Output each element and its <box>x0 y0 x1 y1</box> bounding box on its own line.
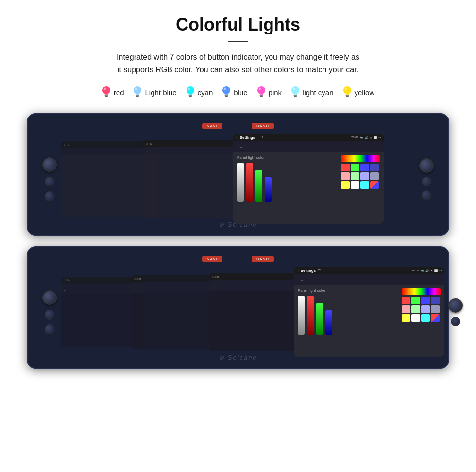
svg-point-20 <box>257 86 265 94</box>
slider-green[interactable] <box>255 170 262 202</box>
slider-red-2[interactable] <box>307 296 314 335</box>
svg-point-9 <box>135 88 137 90</box>
grid-bluelight[interactable] <box>360 172 369 180</box>
grid-darkblue-2[interactable] <box>431 297 440 304</box>
color-label-lightcyan: light cyan <box>303 88 333 97</box>
grid-greenlight[interactable] <box>351 172 359 180</box>
top-bar: NAVI BAND <box>38 123 438 129</box>
stereo-unit-1: NAVI BAND <box>27 113 449 236</box>
color-label-pink: pink <box>269 88 282 97</box>
rainbow-bar-2 <box>402 288 441 295</box>
svg-rect-28 <box>294 96 297 97</box>
slider-white-2[interactable] <box>298 296 305 335</box>
status-left-2: ⌂ S <box>146 142 152 145</box>
grid-green-2[interactable] <box>411 297 420 304</box>
status-left: ⌂ S <box>64 143 69 146</box>
svg-point-29 <box>293 88 295 90</box>
rainbow-bar <box>341 155 380 162</box>
left-knob-small-3[interactable] <box>45 310 54 320</box>
panel-light-label: Panel light color <box>237 155 337 160</box>
screen-back-2c: ⌂ Set ← <box>209 273 306 351</box>
right-knob-2[interactable] <box>448 298 463 313</box>
grid-pinklight[interactable] <box>341 172 350 180</box>
grid-bluelight-2[interactable] <box>421 305 430 313</box>
right-knob[interactable] <box>419 158 434 173</box>
grid-white-2[interactable] <box>411 314 420 322</box>
time-display: 20:09 <box>351 136 358 139</box>
screen-main-2: ⌂ Settings ☰ ✦ 20:09 📷 🔊 ✕ <box>294 267 444 357</box>
bulb-icon-lightcyan <box>290 85 300 100</box>
settings-title-2: Settings <box>301 269 316 273</box>
grid-cyan-2[interactable] <box>421 314 430 322</box>
grid-mixed[interactable] <box>370 181 379 189</box>
grid-blue-2[interactable] <box>421 297 430 304</box>
bulb-icon-pink <box>256 85 266 100</box>
bulb-icon-blue <box>221 85 231 100</box>
slider-green-2[interactable] <box>316 303 323 335</box>
right-knob-small-3[interactable] <box>451 317 460 326</box>
grid-mixed-2[interactable] <box>431 314 440 322</box>
svg-point-30 <box>343 86 351 94</box>
left-controls <box>38 157 61 201</box>
watermark-2: ⊛ Seicane <box>219 353 257 362</box>
slider-red[interactable] <box>246 163 253 202</box>
left-knob-small[interactable] <box>45 177 54 186</box>
color-label-yellow: yellow <box>355 88 375 97</box>
slider-blue-2[interactable] <box>325 310 332 335</box>
grid-green[interactable] <box>351 164 359 171</box>
color-item-red: red <box>102 85 124 100</box>
color-label-blue: blue <box>234 88 247 97</box>
navi-btn[interactable]: NAVI <box>202 123 222 129</box>
grid-greenlight-2[interactable] <box>411 305 420 313</box>
svg-rect-3 <box>105 96 108 97</box>
navi-btn-2[interactable]: NAVI <box>202 256 222 262</box>
grid-cyan[interactable] <box>360 181 369 189</box>
grid-yellow[interactable] <box>341 181 350 189</box>
settings-title: Settings <box>240 135 255 140</box>
sb-2c: ⌂ Set <box>209 273 306 280</box>
slider-white[interactable] <box>237 163 244 202</box>
svg-rect-13 <box>189 96 192 97</box>
top-bar-2: NAVI BAND <box>38 256 438 262</box>
back-arrow[interactable]: ← <box>236 144 246 151</box>
band-btn-2[interactable]: BAND <box>252 256 274 262</box>
screen-back-2b: ⌂ Set ← <box>131 275 221 349</box>
right-controls-2 <box>444 298 467 326</box>
color-grid <box>341 164 380 189</box>
color-item-yellow: yellow <box>342 85 375 100</box>
left-knob-small-2[interactable] <box>45 191 54 201</box>
description: Integrated with 7 colors of button indic… <box>29 51 447 76</box>
left-knob-small-4[interactable] <box>45 324 54 334</box>
slider-blue[interactable] <box>265 177 272 202</box>
status-icons-2: 20:09 📷 🔊 ✕ ⬜ ↩ <box>412 269 442 272</box>
grid-red[interactable] <box>341 164 350 171</box>
grid-grayblue[interactable] <box>370 172 379 180</box>
grid-pinklight-2[interactable] <box>402 305 410 313</box>
right-controls <box>415 158 438 200</box>
right-knob-small-2[interactable] <box>422 190 431 200</box>
color-item-pink: pink <box>256 85 282 100</box>
left-knob-2[interactable] <box>42 290 57 305</box>
back-arrow-2[interactable]: ← <box>297 277 307 284</box>
svg-point-34 <box>345 88 347 90</box>
grid-darkblue[interactable] <box>370 164 379 171</box>
grid-red-2[interactable] <box>402 297 410 304</box>
svg-point-15 <box>222 86 230 94</box>
bulb-icon-cyan <box>186 85 195 100</box>
sb-2b: ⌂ Set <box>131 275 221 282</box>
grid-blue[interactable] <box>360 164 369 171</box>
svg-point-24 <box>259 88 261 90</box>
grid-grayblue-2[interactable] <box>431 305 440 313</box>
color-label-red: red <box>114 88 124 97</box>
grid-white[interactable] <box>351 181 359 189</box>
grid-yellow-2[interactable] <box>402 314 410 322</box>
right-knob-small[interactable] <box>422 177 431 186</box>
band-btn[interactable]: BAND <box>252 123 274 129</box>
svg-point-19 <box>224 88 226 90</box>
time-display-2: 20:09 <box>412 269 419 272</box>
left-knob[interactable] <box>42 157 57 172</box>
color-item-lightblue: Light blue <box>133 85 176 100</box>
device-row-1: NAVI BAND <box>19 113 457 236</box>
android-nav-left-2: ⌂ Settings ☰ ✦ <box>297 269 324 273</box>
devices-section: NAVI BAND <box>19 113 457 369</box>
